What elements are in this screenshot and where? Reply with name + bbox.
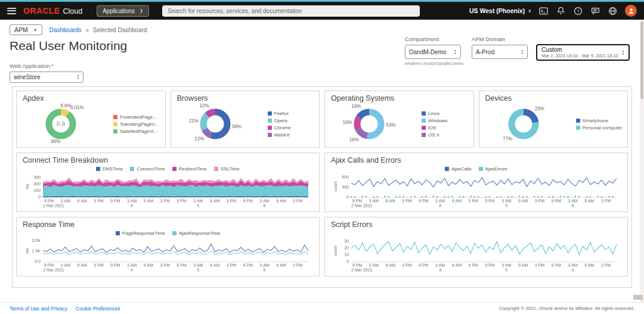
legend-item: Smartphone: [576, 118, 622, 123]
region-selector[interactable]: US West (Phoenix) ∨: [469, 7, 531, 14]
legend-item: AjaxCalls: [445, 166, 471, 172]
devices-legend: SmartphonePersonal computer: [576, 118, 622, 130]
legend-item: Linux: [422, 111, 447, 116]
donut-row: Apdex FrustratedPage...ToleratingPageV..…: [16, 91, 628, 148]
topbar-right: US West (Phoenix) ∨ ?: [469, 5, 637, 17]
browsers-card: Browsers FirefoxOperaChromeWebKit: [171, 91, 320, 148]
browsers-donut-chart: [177, 103, 267, 145]
legend-item: PageResponseTime: [116, 231, 165, 236]
oracle-cloud-logo[interactable]: ORACLE Cloud: [23, 6, 82, 15]
card-title: Devices: [485, 94, 622, 103]
response-time-legend: PageResponseTimeAjaxResponseTime: [23, 230, 313, 237]
card-title: Apdex: [23, 94, 159, 103]
breadcrumb-current: Selected Dashboard: [93, 27, 147, 33]
legend-item: ToleratingPageV...: [113, 122, 159, 127]
card-title: Operating Systems: [331, 94, 467, 103]
script-errors-card: Script Errors: [324, 217, 628, 276]
connect-time-chart: [23, 173, 313, 209]
breadcrumb: Dashboards » Selected Dashboard: [49, 27, 147, 33]
brand-oracle-text: ORACLE: [23, 6, 60, 15]
hamburger-menu-icon[interactable]: [7, 8, 16, 14]
apdex-legend: FrustratedPage...ToleratingPageV...Satis…: [113, 114, 159, 134]
brand-cloud-text: Cloud: [63, 7, 83, 15]
legend-item: SatisfiedPageVi...: [113, 129, 159, 134]
time-range-mode: Custom: [541, 46, 618, 53]
copyright-text: Copyright © 2021, Oracle and/or its affi…: [499, 306, 634, 311]
card-title: Response Time: [23, 220, 313, 229]
time-range-text: Custom Mar 2, 2021 18:10 - Mar 9, 2021 1…: [541, 46, 618, 58]
apm-domain-select[interactable]: A-Prod ▲▼: [472, 45, 528, 59]
stepper-icon: ▲▼: [521, 49, 524, 55]
legend-item: Windows: [422, 118, 447, 123]
web-application-value: wineStore: [14, 74, 40, 80]
stepper-icon: ▲▼: [622, 50, 624, 55]
web-application-select[interactable]: wineStore ▲▼: [10, 71, 83, 83]
apm-domain-value: A-Prod: [476, 49, 494, 55]
profile-avatar[interactable]: [625, 5, 637, 17]
card-title: Ajax Calls and Errors: [331, 156, 621, 165]
legend-item: DNSTime: [96, 166, 123, 172]
compartment-hint: emdemo (root)/OandM-Demo: [405, 61, 463, 66]
time-range-value: Mar 2, 2021 18:10 - Mar 9, 2021 18:10: [541, 53, 618, 58]
legend-item: AjaxResponseTime: [172, 231, 220, 236]
legend-item: FrustratedPage...: [113, 114, 159, 120]
cloud-shell-icon[interactable]: [538, 6, 549, 16]
ajax-calls-card: Ajax Calls and Errors AjaxCallsAjaxError…: [324, 153, 628, 212]
legend-item: SSLTime: [214, 166, 240, 172]
operating-systems-donut-chart: [331, 103, 420, 145]
language-globe-icon[interactable]: [608, 6, 618, 16]
apm-service-select[interactable]: APM ▼: [10, 24, 42, 35]
operating-systems-card: Operating Systems LinuxWindowsiOSOS X: [324, 91, 474, 148]
notifications-bell-icon[interactable]: [556, 6, 566, 16]
stepper-icon: ▲▼: [77, 74, 79, 80]
help-icon[interactable]: ?: [573, 6, 583, 16]
dashboard-panel: Apdex FrustratedPage...ToleratingPageV..…: [12, 86, 632, 288]
legend-item: iOS: [422, 125, 447, 130]
applications-label: Applications: [103, 8, 135, 14]
stepper-icon: ▲▼: [454, 49, 456, 55]
ajax-legend: AjaxCallsAjaxErrors: [331, 166, 621, 172]
horizontal-scrollbar-thumb[interactable]: [633, 295, 643, 300]
applications-button[interactable]: Applications ❯: [97, 5, 149, 17]
compartment-select[interactable]: OandM-Demo ▲▼: [405, 45, 461, 59]
search-input[interactable]: [162, 5, 420, 17]
cookie-preferences-link[interactable]: Cookie Preferences: [76, 306, 120, 312]
feedback-chat-icon[interactable]: [590, 6, 600, 16]
connect-time-card: Connect Time Breakdown DNSTimeConnectTim…: [16, 153, 320, 212]
card-title: Browsers: [177, 94, 314, 103]
card-title: Connect Time Breakdown: [23, 156, 313, 165]
compartment-label: Compartment: [405, 36, 463, 42]
browsers-legend: FirefoxOperaChromeWebKit: [268, 111, 291, 138]
breadcrumb-dashboards-link[interactable]: Dashboards: [49, 27, 82, 33]
apm-domain-control: APM Domain A-Prod ▲▼: [472, 36, 528, 59]
apm-domain-label: APM Domain: [472, 36, 528, 42]
response-time-chart: [23, 238, 313, 273]
terms-link[interactable]: Terms of Use and Privacy: [10, 306, 67, 312]
legend-item: Firefox: [268, 111, 291, 116]
devices-donut-chart: [485, 103, 575, 145]
time-range-select[interactable]: Custom Mar 2, 2021 18:10 - Mar 9, 2021 1…: [536, 44, 630, 61]
vertical-scrollbar-thumb[interactable]: [640, 21, 643, 99]
legend-item: Chrome: [268, 125, 291, 130]
chevron-down-icon: ▼: [33, 28, 38, 32]
footer: Terms of Use and Privacy Cookie Preferen…: [0, 302, 644, 314]
legend-item: Personal computer: [576, 125, 622, 130]
compartment-value: OandM-Demo: [409, 49, 447, 55]
ajax-calls-chart: [331, 173, 621, 209]
apm-select-value: APM: [14, 26, 28, 33]
topbar: ORACLE Cloud Applications ❯ US West (Pho…: [0, 2, 644, 20]
legend-item: OS X: [422, 132, 447, 138]
timeseries-row-1: Connect Time Breakdown DNSTimeConnectTim…: [16, 153, 628, 212]
apdex-card: Apdex FrustratedPage...ToleratingPageV..…: [16, 91, 166, 148]
breadcrumb-separator: »: [85, 27, 89, 33]
compartment-control: Compartment OandM-Demo ▲▼ emdemo (root)/…: [405, 36, 463, 66]
response-time-card: Response Time PageResponseTimeAjaxRespon…: [16, 217, 320, 276]
footer-links: Terms of Use and Privacy Cookie Preferen…: [10, 306, 120, 312]
legend-item: RedirectTime: [172, 166, 207, 172]
svg-text:?: ?: [577, 8, 580, 14]
timeseries-row-2: Response Time PageResponseTimeAjaxRespon…: [16, 217, 628, 276]
apdex-donut-chart: [23, 103, 112, 145]
required-marker: *: [51, 63, 54, 69]
chevron-down-icon: ∨: [528, 8, 531, 14]
web-application-label-text: Web Application: [10, 63, 50, 69]
